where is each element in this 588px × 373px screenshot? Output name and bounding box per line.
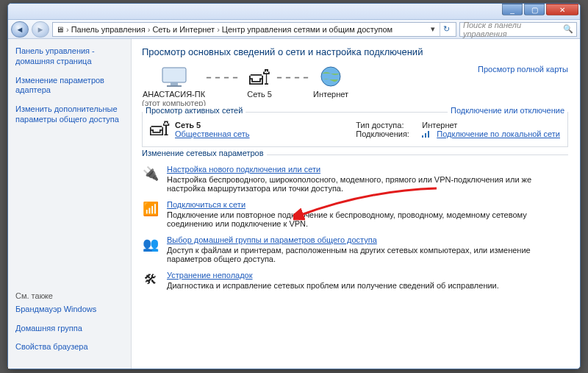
control-panel-window: _ ▢ ✕ ◄ ► 🖥 › Панель управления › Сеть и… <box>7 3 581 369</box>
network-map: АНАСТАСИЯ-ПК (этот компьютер) ━━━━ 🛋 Сет… <box>142 65 568 107</box>
node-network-label: Сеть 5 <box>247 90 272 99</box>
svg-rect-1 <box>171 82 178 85</box>
bench-icon: 🛋 <box>150 118 169 141</box>
crumb-control-panel[interactable]: Панель управления <box>71 25 146 34</box>
page-title: Просмотр основных сведений о сети и наст… <box>142 46 568 57</box>
svg-rect-2 <box>167 85 182 87</box>
sidebar-item-firewall[interactable]: Брандмауэр Windows <box>15 305 123 315</box>
close-button[interactable]: ✕ <box>546 4 578 15</box>
address-breadcrumb[interactable]: 🖥 › Панель управления › Сеть и Интернет … <box>52 22 456 37</box>
task-troubleshoot-desc: Диагностика и исправление сетевых пробле… <box>167 281 499 290</box>
search-input[interactable]: Поиск в панели управления 🔍 <box>459 22 577 37</box>
chevron-right-icon: › <box>217 25 220 34</box>
task-homegroup-sharing-link[interactable]: Выбор домашней группы и параметров общег… <box>167 235 377 244</box>
task-new-connection-link[interactable]: Настройка нового подключения или сети <box>167 165 320 174</box>
sidebar: Панель управления - домашняя страница Из… <box>8 39 132 369</box>
node-pc-label: АНАСТАСИЯ-ПК <box>143 90 205 99</box>
sidebar-item-browser-properties[interactable]: Свойства браузера <box>15 342 123 352</box>
refresh-button[interactable]: ↻ <box>440 23 453 36</box>
chevron-right-icon: › <box>148 25 151 34</box>
forward-button[interactable]: ► <box>32 21 49 38</box>
connection-line: ━━━━ <box>276 74 313 82</box>
svg-point-3 <box>321 67 340 86</box>
svg-rect-0 <box>162 68 186 82</box>
crumb-network-internet[interactable]: Сеть и Интернет <box>152 25 215 34</box>
sidebar-item-adapter-settings[interactable]: Изменение параметров адаптера <box>15 76 123 96</box>
task-homegroup-sharing: 👥 Выбор домашней группы и параметров общ… <box>142 235 568 263</box>
access-type-label: Тип доступа: <box>356 121 416 129</box>
sidebar-item-sharing-settings[interactable]: Изменить дополнительные параметры общего… <box>15 104 123 125</box>
search-placeholder: Поиск в панели управления <box>463 21 563 38</box>
connection-line: ━━━━ <box>206 74 243 82</box>
back-button[interactable]: ◄ <box>11 21 29 38</box>
access-type-value: Интернет <box>422 121 457 129</box>
active-networks-legend: Просмотр активных сетей <box>143 106 245 115</box>
new-connection-icon: 🔌 <box>142 165 159 182</box>
address-dropdown-button[interactable]: ▾ <box>428 24 438 34</box>
task-homegroup-sharing-desc: Доступ к файлам и принтерам, расположенн… <box>167 246 568 263</box>
navbar: ◄ ► 🖥 › Панель управления › Сеть и Интер… <box>8 20 580 39</box>
crumb-network-center[interactable]: Центр управления сетями и общим доступом <box>222 25 392 34</box>
lan-connection-link[interactable]: Подключение по локальной сети <box>437 129 560 138</box>
task-connect-network-link[interactable]: Подключиться к сети <box>167 200 245 209</box>
task-connect-network: 📶 Подключиться к сети Подключение или по… <box>142 200 568 228</box>
task-new-connection-desc: Настройка беспроводного, широкополосного… <box>167 175 568 193</box>
active-network-name: Сеть 5 <box>175 121 250 129</box>
bench-icon: 🛋 <box>243 65 276 90</box>
connect-disconnect-link[interactable]: Подключение или отключение <box>448 106 567 115</box>
node-this-pc[interactable]: АНАСТАСИЯ-ПК (этот компьютер) <box>142 65 206 107</box>
task-troubleshoot-link[interactable]: Устранение неполадок <box>167 271 253 280</box>
main-content: Просмотр основных сведений о сети и наст… <box>132 39 580 369</box>
change-settings-legend: Изменение сетевых параметров <box>132 149 267 157</box>
connect-network-icon: 📶 <box>142 200 159 218</box>
window-body: Панель управления - домашняя страница Из… <box>8 39 580 369</box>
minimize-button[interactable]: _ <box>502 4 523 15</box>
task-connect-network-desc: Подключение или повторное подключение к … <box>167 210 568 228</box>
troubleshoot-icon: 🛠 <box>142 271 159 288</box>
chevron-right-icon: › <box>66 25 69 34</box>
see-also-header: См. также <box>15 291 123 300</box>
titlebar[interactable]: _ ▢ ✕ <box>8 4 580 20</box>
computer-icon: 🖥 <box>56 25 64 34</box>
active-networks-group: Просмотр активных сетей Подключение или … <box>142 112 568 147</box>
sidebar-item-home[interactable]: Панель управления - домашняя страница <box>15 46 123 67</box>
homegroup-icon: 👥 <box>142 235 159 253</box>
connections-label: Подключения: <box>356 129 416 138</box>
node-internet[interactable]: Интернет <box>313 65 348 99</box>
task-new-connection: 🔌 Настройка нового подключения или сети … <box>142 165 568 193</box>
maximize-button[interactable]: ▢ <box>524 4 545 15</box>
signal-icon <box>422 130 431 138</box>
monitor-icon <box>157 65 191 90</box>
active-network-type-link[interactable]: Общественная сеть <box>175 129 250 138</box>
node-network[interactable]: 🛋 Сеть 5 <box>243 65 276 99</box>
search-icon: 🔍 <box>563 24 573 34</box>
globe-icon <box>314 65 348 90</box>
change-network-settings-group: Изменение сетевых параметров 🔌 Настройка… <box>142 154 568 290</box>
node-internet-label: Интернет <box>313 90 348 99</box>
task-troubleshoot: 🛠 Устранение неполадок Диагностика и исп… <box>142 271 568 290</box>
view-full-map-link[interactable]: Просмотр полной карты <box>478 65 568 74</box>
sidebar-item-homegroup[interactable]: Домашняя группа <box>15 324 123 334</box>
